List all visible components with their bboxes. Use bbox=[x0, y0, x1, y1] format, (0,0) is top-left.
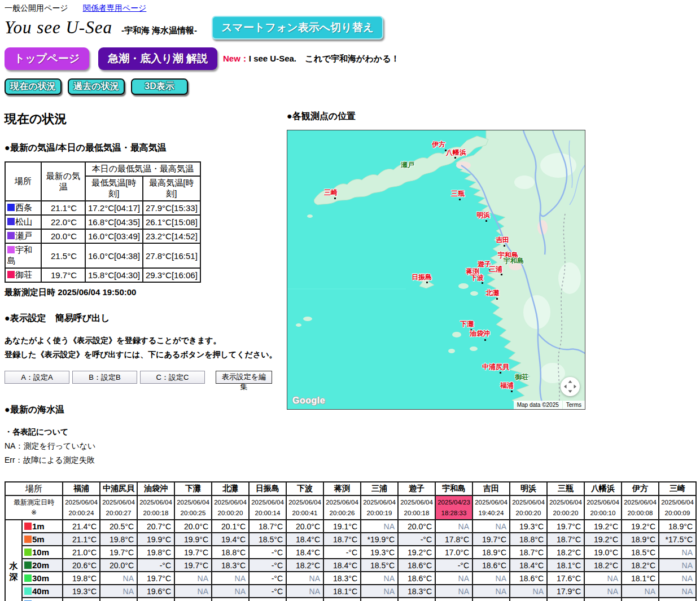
station-datetime-cell: 2025/06/0420:00:26 bbox=[323, 495, 361, 520]
sea-temp-row: 水深1m21.4°C20.5°C20.7°C20.0°C20.1°C18.7°C… bbox=[5, 520, 696, 533]
page: 一般公開用ページ関係者専用ページ You see U-Sea -宇和海 海水温情… bbox=[0, 0, 700, 601]
map-pan-control[interactable] bbox=[561, 377, 580, 396]
station-datetime-cell: 2025/06/0420:00:09 bbox=[659, 495, 696, 520]
air-max-cell: 26.1°C[15:08] bbox=[143, 215, 200, 229]
nav-button-row: トップページ 急潮・底入り潮 解説 New：I see U-Sea. これで宇和… bbox=[5, 47, 695, 70]
sea-temp-value-cell: *19.9°C bbox=[361, 533, 398, 546]
sea-temp-value-cell: NA bbox=[510, 585, 547, 598]
air-temp-table: 場所 最新の気温 本日の最低気温・最高気温 最低気温[時刻] 最高気温[時刻] … bbox=[5, 161, 201, 283]
preset-button[interactable]: B：設定B bbox=[72, 371, 137, 384]
depth-color-swatch bbox=[24, 561, 32, 569]
top-page-button[interactable]: トップページ bbox=[5, 47, 89, 70]
preset-button[interactable]: C：設定C bbox=[140, 371, 205, 384]
sea-temp-value-cell: 18.8°C bbox=[510, 533, 547, 546]
air-temp-row: 宇和島21.5°C16.0°C[04:38]27.8°C[16:51] bbox=[5, 243, 200, 268]
smartphone-view-button[interactable]: スマートフォン表示へ切り替え bbox=[212, 16, 383, 40]
sea-temp-value-cell: 19.7°C bbox=[547, 520, 584, 533]
sea-temp-value-cell: NA bbox=[659, 598, 696, 601]
air-header-row: 場所 最新の気温 本日の最低気温・最高気温 bbox=[5, 162, 200, 176]
air-col-minmax: 本日の最低気温・最高気温 bbox=[85, 162, 200, 176]
settings-desc-1: あなたがよく使う《表示設定》を登録することができます。 bbox=[5, 334, 287, 348]
station-column-header: 三崎 bbox=[659, 482, 696, 495]
settings-button-row: A：設定AB：設定BC：設定C 表示設定を編集 bbox=[5, 371, 287, 384]
depth-color-swatch bbox=[24, 536, 32, 543]
sea-temp-value-cell: NA bbox=[286, 572, 323, 585]
map-station-label: 伊方 bbox=[432, 140, 445, 150]
sea-temp-value-cell: NA bbox=[174, 598, 212, 601]
air-min-cell: 16.8°C[04:35] bbox=[85, 215, 143, 229]
sea-temp-row: 40m19.3°CNA19.6°CNANA-°CNA18.1°CNA18.3°C… bbox=[5, 585, 696, 598]
sea-temp-value-cell: NA bbox=[659, 585, 696, 598]
legend-color-swatch bbox=[7, 204, 15, 211]
tab-3D表示[interactable]: 3D表示 bbox=[131, 78, 188, 95]
sea-temp-value-cell: 18.4°C bbox=[510, 559, 547, 572]
observation-map[interactable]: 伊方八幡浜三崎三瓶明浜吉田宇和島遊子三浦蒋渕下波日振島北灘下灘油袋沖中浦尻貝福浦… bbox=[287, 130, 585, 410]
air-place-cell: 西条 bbox=[5, 201, 41, 215]
sea-temp-value-cell: 18.2°C bbox=[547, 546, 584, 559]
station-column-header: 伊方 bbox=[622, 482, 659, 495]
sea-temp-value-cell: 19.9°C bbox=[174, 533, 212, 546]
members-page-link[interactable]: 関係者専用ページ bbox=[83, 3, 147, 12]
sea-temp-value-cell: NA bbox=[659, 559, 696, 572]
station-column-header: 三瓶 bbox=[547, 482, 584, 495]
sea-temp-value-cell: NA bbox=[473, 520, 510, 533]
top-nav: 一般公開用ページ関係者専用ページ bbox=[5, 3, 695, 14]
station-datetime-cell: 2025/06/0420:00:27 bbox=[100, 495, 137, 520]
sea-temp-value-cell: -°C bbox=[398, 533, 435, 546]
sea-temp-value-cell: 19.7°C bbox=[174, 559, 212, 572]
preset-button[interactable]: A：設定A bbox=[5, 371, 69, 384]
station-column-header: 三浦 bbox=[361, 482, 398, 495]
air-temp-row: 御荘19.7°C15.8°C[04:30]29.3°C[16:06] bbox=[5, 268, 200, 282]
sea-temp-value-cell: NA bbox=[100, 572, 137, 585]
map-terms-link[interactable]: Terms bbox=[563, 401, 585, 409]
map-station-dot bbox=[334, 198, 336, 199]
sea-temp-value-cell: 20.5°C bbox=[100, 520, 137, 533]
air-min-cell: 17.2°C[04:17] bbox=[85, 201, 143, 215]
map-station-dot bbox=[485, 220, 487, 222]
depth-color-swatch bbox=[24, 587, 32, 595]
map-station-label: 三瓶 bbox=[451, 189, 465, 199]
station-datetime-cell: 2025/06/0420:00:18 bbox=[137, 495, 174, 520]
station-column-header: 八幡浜 bbox=[584, 482, 622, 495]
sea-temp-value-cell: -°C bbox=[137, 559, 174, 572]
sea-temp-value-cell: NA bbox=[212, 598, 249, 601]
new-announcement: New：I see U-Sea. これで宇和海がわかる！ bbox=[223, 54, 400, 64]
map-station-label: 下波 bbox=[470, 273, 484, 283]
air-col-max: 最高気温[時刻] bbox=[143, 176, 200, 201]
tab-過去の状況[interactable]: 過去の状況 bbox=[68, 78, 125, 95]
air-temp-row: 西条21.1°C17.2°C[04:17]27.9°C[15:33] bbox=[5, 201, 200, 215]
sea-temp-value-cell: 18.7°C bbox=[63, 598, 100, 601]
sea-temp-value-cell: 18.2°C bbox=[584, 559, 622, 572]
sea-temp-table: 場所 福浦中浦尻貝油袋沖下灘北灘日振島下波蒋渕三浦遊子宇和島吉田明浜三瓶八幡浜伊… bbox=[5, 481, 697, 601]
map-town-label: 御荘 bbox=[515, 372, 528, 382]
air-temp-row: 松山22.0°C16.8°C[04:35]26.1°C[15:08] bbox=[5, 215, 200, 229]
depth-label-cell: 5m bbox=[22, 533, 63, 546]
sea-temp-value-cell: 19.2°C bbox=[622, 520, 659, 533]
sea-temp-value-cell: 18.6°C bbox=[398, 559, 435, 572]
map-station-dot bbox=[426, 282, 428, 283]
sea-temp-value-cell: -°C bbox=[435, 559, 473, 572]
sea-temp-value-cell: NA bbox=[435, 598, 473, 601]
tab-現在の状況[interactable]: 現在の状況 bbox=[5, 78, 62, 95]
depth-color-swatch bbox=[24, 574, 32, 582]
sea-temp-value-cell: 17.0°C bbox=[435, 546, 473, 559]
air-place-cell: 御荘 bbox=[5, 268, 41, 282]
pan-arrows-icon bbox=[561, 377, 580, 396]
sea-temp-value-cell: NA bbox=[473, 585, 510, 598]
station-column-header: 福浦 bbox=[63, 482, 100, 495]
sea-temp-value-cell: NA bbox=[100, 585, 137, 598]
sea-temp-value-cell: NA bbox=[622, 598, 659, 601]
station-datetime-cell: 2025/06/0420:00:18 bbox=[398, 495, 435, 520]
edit-settings-button[interactable]: 表示設定を編集 bbox=[216, 371, 272, 384]
sea-temp-value-cell: 21.4°C bbox=[63, 520, 100, 533]
map-station-dot bbox=[511, 391, 513, 392]
map-station-label: 日振島 bbox=[412, 273, 432, 282]
display-settings-title: ●表示設定 簡易呼び出し bbox=[5, 313, 287, 324]
station-datetime-cell: 2025/06/0420:00:25 bbox=[174, 495, 212, 520]
sea-temp-value-cell: 21.0°C bbox=[63, 546, 100, 559]
sea-temp-value-cell: 19.6°C bbox=[137, 585, 174, 598]
sea-temp-value-cell: -°C bbox=[249, 559, 286, 572]
kyucho-guide-button[interactable]: 急潮・底入り潮 解説 bbox=[98, 47, 217, 70]
air-latest-cell: 19.7°C bbox=[41, 268, 85, 282]
legend-color-swatch bbox=[7, 218, 15, 225]
